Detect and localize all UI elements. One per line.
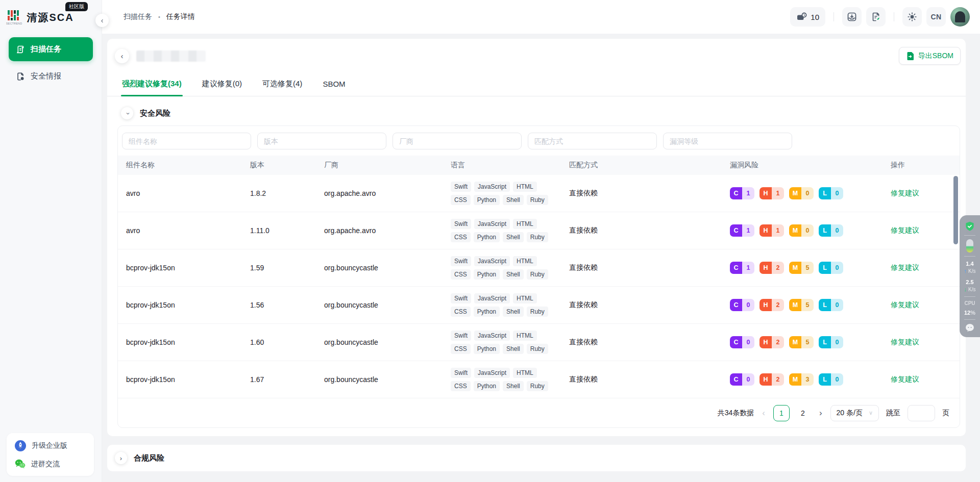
export-doc-icon <box>906 52 915 61</box>
language-tag: Shell <box>503 195 524 205</box>
divider <box>964 235 975 236</box>
vuln-cell: C0H2M5L0 <box>722 299 883 311</box>
fix-suggestion-link[interactable]: 修复建议 <box>891 338 919 346</box>
scan-quota-button[interactable]: 10 <box>790 7 825 27</box>
component-name: bcprov-jdk15on <box>118 338 242 346</box>
language-tag: Shell <box>503 381 524 391</box>
compliance-section-title: 合规风险 <box>134 453 164 463</box>
language-tag: Swift <box>451 293 471 303</box>
vuln-cell: C1H2M5L0 <box>722 262 883 274</box>
language-switch-button[interactable]: CN <box>926 7 946 27</box>
vuln-badge-high: H2 <box>760 373 784 386</box>
tab-2[interactable]: 可选修复(4) <box>261 72 303 96</box>
sidebar-collapse-button[interactable]: ‹ <box>95 14 109 27</box>
language-tag: JavaScript <box>474 293 510 303</box>
language-cell: SwiftJavaScriptHTMLCSSPythonShellRuby <box>443 256 561 280</box>
component-version: 1.11.0 <box>242 226 316 235</box>
upgrade-enterprise-item[interactable]: 升级企业版 <box>15 440 86 451</box>
vuln-level-letter: M <box>789 373 801 386</box>
page-numbers: 12 <box>773 405 811 421</box>
vuln-badges: C0H2M5L0 <box>730 336 883 348</box>
filter-input-3[interactable] <box>528 133 657 149</box>
language-tag: HTML <box>513 368 537 378</box>
vuln-level-letter: L <box>819 299 831 311</box>
download-center-button[interactable] <box>842 7 862 27</box>
user-avatar[interactable] <box>950 7 970 27</box>
language-tag: Ruby <box>527 269 548 280</box>
language-tag: Shell <box>503 344 524 354</box>
page-button-1[interactable]: 1 <box>773 405 790 421</box>
breadcrumb-scan-tasks[interactable]: 扫描任务 <box>124 12 152 21</box>
theme-toggle-button[interactable] <box>902 7 922 27</box>
language-tag: JavaScript <box>474 256 510 266</box>
next-page-button[interactable]: › <box>818 408 823 418</box>
divider <box>894 12 894 21</box>
language-tags: SwiftJavaScriptHTMLCSSPythonShellRuby <box>451 256 561 280</box>
sidebar-item-scan-tasks[interactable]: 扫描任务 <box>9 37 93 61</box>
jump-page-input[interactable] <box>908 405 935 421</box>
component-name: bcprov-jdk15on <box>118 301 242 309</box>
brand-name: 清源SCA <box>27 10 74 24</box>
tab-0[interactable]: 强烈建议修复(34) <box>121 72 183 96</box>
report-feedback-button[interactable] <box>866 7 886 27</box>
edition-badge: 社区版 <box>65 2 88 11</box>
system-monitor-widget[interactable]: 1.4 ↑ K/s 2.5 ↓ K/s CPU 12% <box>960 215 980 337</box>
tab-1[interactable]: 建议修复(0) <box>201 72 243 96</box>
export-sbom-button[interactable]: 导出SBOM <box>899 47 961 65</box>
language-cell: SwiftJavaScriptHTMLCSSPythonShellRuby <box>443 182 561 205</box>
collapse-security-section-button[interactable]: ‹ <box>121 107 133 119</box>
language-tag: JavaScript <box>474 219 510 229</box>
vuln-badge-critical: C0 <box>730 336 754 348</box>
page-size-value: 20 条/页 <box>837 409 863 418</box>
filter-input-0[interactable] <box>122 133 251 149</box>
component-name: bcprov-jdk15on <box>118 264 242 272</box>
vuln-badges: C0H2M5L0 <box>730 299 883 311</box>
fix-suggestion-link[interactable]: 修复建议 <box>891 300 919 309</box>
fix-suggestion-link[interactable]: 修复建议 <box>891 263 919 271</box>
column-header-3: 语言 <box>443 161 561 170</box>
download-unit: K/s <box>968 287 975 292</box>
table-row: avro1.8.2org.apache.avroSwiftJavaScriptH… <box>118 175 960 212</box>
cpu-label: CPU <box>964 300 975 306</box>
language-tag: CSS <box>451 307 471 317</box>
cpu-value: 12% <box>964 310 975 316</box>
vuln-badges: C1H1M0L0 <box>730 187 883 199</box>
language-tag: CSS <box>451 232 471 242</box>
language-tag: JavaScript <box>474 331 510 341</box>
vuln-level-count: 0 <box>831 299 843 311</box>
page-size-select[interactable]: 20 条/页 ∨ <box>830 405 879 421</box>
vuln-level-count: 2 <box>772 299 784 311</box>
vuln-level-count: 0 <box>831 373 843 386</box>
language-tag: Python <box>474 195 500 205</box>
vuln-level-count: 2 <box>772 262 784 274</box>
vuln-cell: C0H2M5L0 <box>722 336 883 348</box>
sidebar-item-security-intel[interactable]: 安全情报 <box>9 64 93 88</box>
vuln-level-letter: C <box>730 336 742 348</box>
table-scrollbar[interactable] <box>953 176 958 244</box>
filter-input-2[interactable] <box>393 133 522 149</box>
language-tag: Swift <box>451 368 471 378</box>
join-group-item[interactable]: 进群交流 <box>15 459 86 469</box>
page-button-2[interactable]: 2 <box>795 405 811 421</box>
expand-compliance-section-button[interactable]: › <box>115 452 127 464</box>
fix-suggestion-link[interactable]: 修复建议 <box>891 375 919 383</box>
security-section-title: 安全风险 <box>140 109 170 118</box>
fix-suggestion-link[interactable]: 修复建议 <box>891 226 919 234</box>
prev-page-button[interactable]: ‹ <box>761 408 766 418</box>
filter-input-1[interactable] <box>257 133 386 149</box>
back-button[interactable]: ‹ <box>115 49 129 63</box>
table-body: avro1.8.2org.apache.avroSwiftJavaScriptH… <box>118 175 960 398</box>
jump-label: 跳至 <box>886 409 900 418</box>
filter-input-4[interactable] <box>663 133 792 149</box>
fix-suggestion-link[interactable]: 修复建议 <box>891 189 919 197</box>
vuln-level-count: 1 <box>742 187 754 199</box>
brand-logo-icon: SECTREND <box>6 10 22 25</box>
component-vendor: org.bouncycastle <box>316 338 443 346</box>
vuln-level-count: 0 <box>801 187 814 199</box>
pagination: 共34条数据 ‹ 12 › 20 条/页 ∨ 跳至 页 <box>118 398 960 427</box>
vuln-badge-low: L0 <box>819 187 843 199</box>
language-tags: SwiftJavaScriptHTMLCSSPythonShellRuby <box>451 293 561 317</box>
vuln-badge-high: H2 <box>760 262 784 274</box>
tab-3[interactable]: SBOM <box>322 72 346 96</box>
divider <box>834 12 834 21</box>
